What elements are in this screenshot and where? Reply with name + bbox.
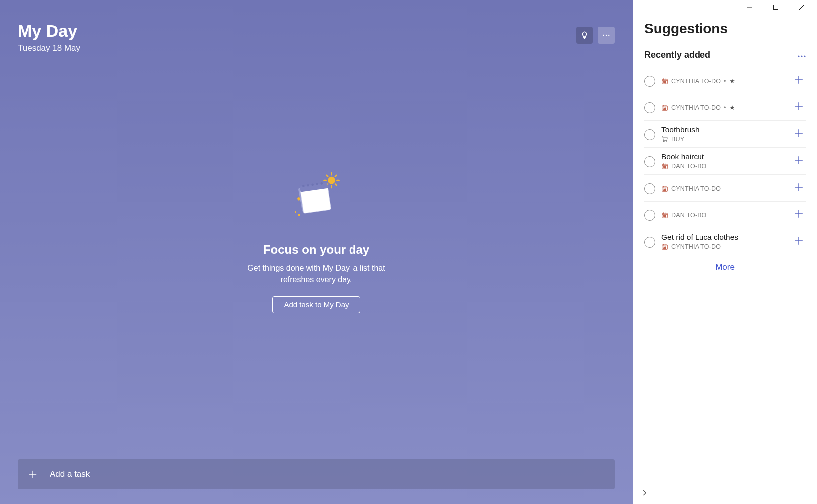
suggestion-list-name: DAN TO-DO: [671, 163, 706, 170]
complete-toggle[interactable]: [644, 129, 655, 140]
svg-line-11: [335, 175, 336, 177]
calendar-icon: 31: [661, 212, 668, 219]
add-to-my-day-button[interactable]: [791, 128, 806, 141]
svg-point-13: [294, 211, 296, 213]
suggestion-meta: 31DAN TO-DO: [661, 212, 785, 219]
calendar-sun-illustration-icon: [279, 169, 354, 229]
complete-toggle[interactable]: [644, 156, 655, 167]
minimize-icon: [747, 4, 753, 10]
suggestion-body: Get rid of Luca clothes31CYNTHIA TO-DO: [661, 233, 785, 250]
add-task-placeholder: Add a task: [50, 469, 90, 479]
add-to-my-day-button[interactable]: [791, 74, 806, 87]
empty-subtext: Get things done with My Day, a list that…: [237, 263, 396, 285]
add-task-to-my-day-button[interactable]: Add task to My Day: [272, 296, 360, 313]
suggestion-item[interactable]: 31CYNTHIA TO-DO•★: [644, 67, 806, 94]
suggestion-body: 31DAN TO-DO: [661, 211, 785, 219]
suggestion-body: ToothbrushBUY: [661, 125, 785, 143]
close-icon: [799, 4, 805, 10]
suggestions-pane: Suggestions Recently added 31CYNTHIA TO-…: [633, 0, 817, 504]
complete-toggle[interactable]: [644, 102, 655, 113]
suggestions-list: 31CYNTHIA TO-DO•★31CYNTHIA TO-DO•★Toothb…: [644, 67, 806, 255]
svg-point-28: [798, 55, 799, 57]
suggestion-body: Book haircut31DAN TO-DO: [661, 152, 785, 170]
plus-icon: [793, 182, 804, 193]
plus-icon: [28, 469, 38, 479]
svg-text:31: 31: [663, 81, 666, 83]
star-icon: ★: [729, 104, 735, 111]
calendar-icon: 31: [661, 243, 668, 250]
svg-line-8: [326, 175, 328, 177]
svg-point-45: [663, 141, 664, 142]
section-more-button[interactable]: [797, 50, 806, 60]
svg-line-9: [335, 184, 336, 186]
suggestion-body: 31CYNTHIA TO-DO: [661, 184, 785, 192]
suggestion-item[interactable]: Book haircut31DAN TO-DO: [644, 148, 806, 175]
my-day-pane: My Day Tuesday 18 May: [0, 0, 633, 504]
cart-icon: [661, 136, 668, 143]
suggestion-meta: 31DAN TO-DO: [661, 163, 785, 170]
plus-icon: [793, 208, 804, 219]
add-to-my-day-button[interactable]: [791, 155, 806, 168]
svg-point-12: [298, 214, 300, 216]
complete-toggle[interactable]: [644, 76, 655, 87]
window-minimize-button[interactable]: [741, 2, 758, 13]
star-icon: ★: [729, 77, 735, 85]
suggestions-title: Suggestions: [644, 21, 806, 37]
suggestion-meta: 31CYNTHIA TO-DO•★: [661, 104, 785, 111]
suggestion-list-name: DAN TO-DO: [671, 212, 706, 219]
svg-point-2: [608, 35, 609, 36]
suggestion-list-name: CYNTHIA TO-DO: [671, 104, 721, 111]
separator-dot-icon: •: [724, 78, 726, 85]
calendar-icon: 31: [661, 185, 668, 192]
window-controls: [633, 0, 817, 15]
suggestion-item[interactable]: Get rid of Luca clothes31CYNTHIA TO-DO: [644, 228, 806, 255]
complete-toggle[interactable]: [644, 183, 655, 194]
suggestion-meta: 31CYNTHIA TO-DO•★: [661, 77, 785, 85]
svg-text:31: 31: [663, 246, 666, 249]
add-task-input[interactable]: Add a task: [18, 459, 615, 489]
window-close-button[interactable]: [793, 2, 810, 13]
more-suggestions-button[interactable]: More: [644, 255, 806, 276]
complete-toggle[interactable]: [644, 210, 655, 221]
plus-icon: [793, 128, 804, 139]
suggestion-body: 31CYNTHIA TO-DO•★: [661, 103, 785, 111]
suggestion-meta: 31CYNTHIA TO-DO: [661, 243, 785, 250]
suggestion-meta: 31CYNTHIA TO-DO: [661, 185, 785, 192]
suggestion-list-name: BUY: [671, 136, 684, 143]
suggestion-item[interactable]: 31CYNTHIA TO-DO•★: [644, 94, 806, 121]
page-title: My Day: [18, 22, 576, 40]
add-to-my-day-button[interactable]: [791, 235, 806, 248]
suggestion-list-name: CYNTHIA TO-DO: [671, 243, 721, 250]
calendar-icon: 31: [661, 104, 668, 111]
empty-state: Focus on your day Get things done with M…: [18, 38, 615, 444]
calendar-icon: 31: [661, 163, 668, 170]
add-to-my-day-button[interactable]: [791, 208, 806, 221]
svg-text:31: 31: [663, 188, 666, 191]
suggestion-body: 31CYNTHIA TO-DO•★: [661, 76, 785, 85]
suggestion-item[interactable]: 31DAN TO-DO: [644, 202, 806, 228]
svg-text:31: 31: [663, 107, 666, 110]
section-title: Recently added: [644, 50, 797, 60]
svg-point-3: [328, 177, 335, 184]
suggestion-meta: BUY: [661, 136, 785, 143]
plus-icon: [793, 101, 804, 112]
calendar-icon: 31: [661, 78, 668, 85]
window-maximize-button[interactable]: [767, 2, 784, 13]
suggestion-title: Toothbrush: [661, 125, 785, 135]
maximize-icon: [773, 4, 779, 10]
suggestion-item[interactable]: 31CYNTHIA TO-DO: [644, 175, 806, 202]
empty-heading: Focus on your day: [263, 243, 369, 257]
add-to-my-day-button[interactable]: [791, 101, 806, 114]
separator-dot-icon: •: [724, 104, 726, 111]
collapse-suggestions-button[interactable]: [640, 488, 649, 499]
add-to-my-day-button[interactable]: [791, 182, 806, 195]
svg-text:31: 31: [663, 215, 666, 217]
svg-point-46: [666, 141, 667, 142]
svg-point-29: [801, 55, 802, 57]
svg-point-30: [804, 55, 805, 57]
suggestion-item[interactable]: ToothbrushBUY: [644, 121, 806, 148]
complete-toggle[interactable]: [644, 237, 655, 248]
plus-icon: [793, 155, 804, 166]
svg-point-0: [603, 35, 604, 36]
section-header: Recently added: [644, 50, 806, 60]
